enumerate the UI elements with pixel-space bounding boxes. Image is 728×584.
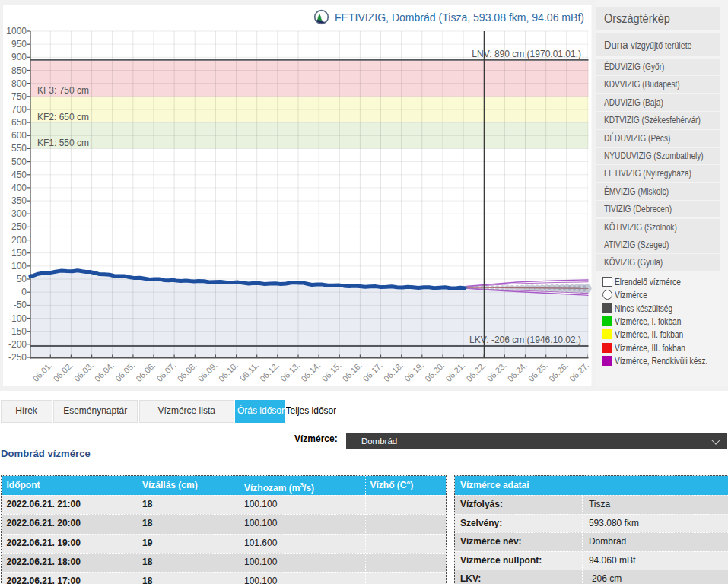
svg-text:450: 450 — [11, 170, 27, 180]
svg-text:350: 350 — [11, 195, 27, 206]
svg-text:KF3: 750 cm: KF3: 750 cm — [37, 85, 89, 96]
svg-text:100: 100 — [11, 261, 27, 271]
svg-text:200: 200 — [11, 235, 27, 246]
svg-text:700: 700 — [11, 104, 27, 115]
svg-text:850: 850 — [11, 65, 27, 76]
svg-text:600: 600 — [11, 130, 27, 141]
svg-text:LNV: 890 cm (1970.01.01.): LNV: 890 cm (1970.01.01.) — [472, 49, 581, 59]
svg-text:1000: 1000 — [6, 26, 27, 36]
svg-text:0: 0 — [21, 287, 27, 297]
svg-text:-250: -250 — [8, 352, 27, 363]
svg-text:800: 800 — [11, 78, 27, 89]
svg-text:300: 300 — [11, 208, 27, 219]
svg-text:400: 400 — [11, 182, 27, 193]
svg-text:550: 550 — [11, 143, 27, 154]
svg-text:FETIVIZIG, Dombrád (Tisza, 593: FETIVIZIG, Dombrád (Tisza, 593.08 fkm, 9… — [335, 11, 584, 24]
svg-text:650: 650 — [11, 117, 27, 128]
svg-text:900: 900 — [11, 52, 27, 62]
svg-text:KF1: 550 cm: KF1: 550 cm — [37, 138, 89, 148]
svg-text:500: 500 — [11, 157, 27, 167]
svg-text:250: 250 — [11, 221, 27, 232]
svg-text:LKV: -206 cm (1946.10.02.): LKV: -206 cm (1946.10.02.) — [469, 335, 581, 345]
svg-text:KF2: 650 cm: KF2: 650 cm — [37, 112, 89, 122]
svg-text:-150: -150 — [8, 326, 27, 337]
svg-text:-50: -50 — [14, 300, 27, 310]
svg-text:-100: -100 — [8, 313, 27, 324]
svg-text:950: 950 — [11, 39, 27, 49]
svg-text:-200: -200 — [8, 339, 27, 350]
svg-text:50: 50 — [17, 274, 27, 284]
svg-text:750: 750 — [11, 91, 27, 102]
svg-text:150: 150 — [11, 248, 27, 259]
